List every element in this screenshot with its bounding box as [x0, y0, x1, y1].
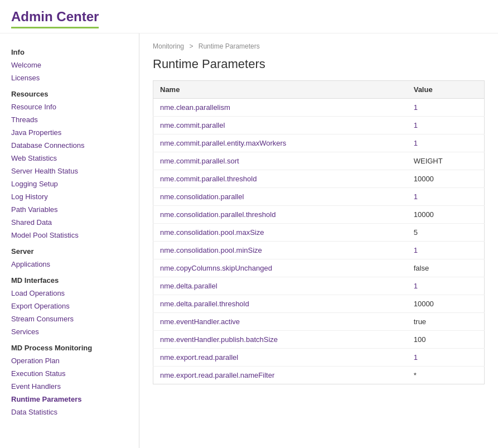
sidebar-section-title: Resources	[0, 84, 139, 100]
table-row: nme.consolidation.parallel1	[153, 188, 485, 206]
param-name[interactable]: nme.clean.parallelism	[153, 99, 407, 117]
main-content: Monitoring > Runtime Parameters Runtime …	[139, 33, 498, 448]
sidebar-link-load-operations[interactable]: Load Operations	[0, 287, 139, 300]
table-row: nme.consolidation.pool.maxSize5	[153, 224, 485, 242]
param-value[interactable]: 1	[407, 134, 485, 152]
table-row: nme.commit.parallel.sortWEIGHT	[153, 152, 485, 170]
param-name[interactable]: nme.copyColumns.skipUnchanged	[153, 259, 407, 277]
sidebar-section-title: MD Process Monitoring	[0, 338, 139, 354]
breadcrumb-current: Runtime Parameters	[199, 42, 260, 50]
sidebar-link-database-connections[interactable]: Database Connections	[0, 139, 139, 152]
param-value: true	[407, 313, 485, 331]
table-row: nme.eventHandler.activetrue	[153, 313, 485, 331]
sidebar-link-export-operations[interactable]: Export Operations	[0, 300, 139, 312]
param-name[interactable]: nme.consolidation.pool.minSize	[153, 242, 407, 259]
breadcrumb-separator: >	[189, 42, 195, 50]
table-row: nme.export.read.parallel.nameFilter*	[153, 367, 485, 384]
table-row: nme.commit.parallel.threshold10000	[153, 170, 485, 188]
param-name[interactable]: nme.export.read.parallel.nameFilter	[153, 367, 407, 384]
param-value[interactable]: 1	[407, 349, 485, 367]
param-value[interactable]: 1	[407, 188, 485, 206]
param-name[interactable]: nme.consolidation.parallel.threshold	[153, 206, 407, 224]
sidebar-link-log-history[interactable]: Log History	[0, 190, 139, 203]
table-row: nme.export.read.parallel1	[153, 349, 485, 367]
param-value: 100	[407, 331, 485, 349]
sidebar-link-logging-setup[interactable]: Logging Setup	[0, 177, 139, 190]
col-name: Name	[153, 81, 407, 99]
param-name[interactable]: nme.eventHandler.active	[153, 313, 407, 331]
sidebar-link-welcome[interactable]: Welcome	[0, 59, 139, 71]
table-row: nme.commit.parallel1	[153, 117, 485, 134]
sidebar-link-operation-plan[interactable]: Operation Plan	[0, 354, 139, 367]
sidebar-section-title: MD Interfaces	[0, 271, 139, 287]
app-header: Admin Center	[0, 0, 498, 33]
sidebar-link-server-health-status[interactable]: Server Health Status	[0, 165, 139, 177]
col-value: Value	[407, 81, 485, 99]
param-value: *	[407, 367, 485, 384]
sidebar: InfoWelcomeLicensesResourcesResource Inf…	[0, 33, 139, 448]
breadcrumb-parent[interactable]: Monitoring	[153, 42, 184, 50]
param-name[interactable]: nme.export.read.parallel	[153, 349, 407, 367]
param-value[interactable]: 1	[407, 117, 485, 134]
param-name[interactable]: nme.consolidation.parallel	[153, 188, 407, 206]
param-name[interactable]: nme.delta.parallel.threshold	[153, 295, 407, 313]
sidebar-link-execution-status[interactable]: Execution Status	[0, 367, 139, 380]
param-value: 10000	[407, 170, 485, 188]
param-value: 10000	[407, 295, 485, 313]
param-name[interactable]: nme.delta.parallel	[153, 277, 407, 295]
param-value[interactable]: 1	[407, 242, 485, 259]
table-row: nme.consolidation.pool.minSize1	[153, 242, 485, 259]
sidebar-link-runtime-parameters[interactable]: Runtime Parameters	[0, 393, 139, 406]
sidebar-link-threads[interactable]: Threads	[0, 113, 139, 126]
table-row: nme.delta.parallel1	[153, 277, 485, 295]
sidebar-link-applications[interactable]: Applications	[0, 258, 139, 271]
sidebar-link-shared-data[interactable]: Shared Data	[0, 216, 139, 229]
page-title: Runtime Parameters	[153, 57, 485, 71]
param-name[interactable]: nme.commit.parallel.sort	[153, 152, 407, 170]
breadcrumb: Monitoring > Runtime Parameters	[153, 42, 485, 50]
param-name[interactable]: nme.commit.parallel	[153, 117, 407, 134]
table-row: nme.eventHandler.publish.batchSize100	[153, 331, 485, 349]
sidebar-link-services[interactable]: Services	[0, 325, 139, 338]
sidebar-link-data-statistics[interactable]: Data Statistics	[0, 406, 139, 418]
sidebar-link-web-statistics[interactable]: Web Statistics	[0, 152, 139, 165]
table-row: nme.copyColumns.skipUnchangedfalse	[153, 259, 485, 277]
sidebar-link-path-variables[interactable]: Path Variables	[0, 203, 139, 216]
app-title: Admin Center	[11, 9, 99, 28]
sidebar-link-stream-consumers[interactable]: Stream Consumers	[0, 312, 139, 325]
sidebar-link-licenses[interactable]: Licenses	[0, 71, 139, 84]
sidebar-link-event-handlers[interactable]: Event Handlers	[0, 380, 139, 393]
table-row: nme.consolidation.parallel.threshold1000…	[153, 206, 485, 224]
param-value[interactable]: 1	[407, 277, 485, 295]
param-value[interactable]: 1	[407, 99, 485, 117]
param-value: WEIGHT	[407, 152, 485, 170]
sidebar-link-model-pool-statistics[interactable]: Model Pool Statistics	[0, 229, 139, 242]
param-value: 5	[407, 224, 485, 242]
param-value: false	[407, 259, 485, 277]
table-row: nme.clean.parallelism1	[153, 99, 485, 117]
table-row: nme.delta.parallel.threshold10000	[153, 295, 485, 313]
param-value: 10000	[407, 206, 485, 224]
sidebar-link-java-properties[interactable]: Java Properties	[0, 126, 139, 139]
param-name[interactable]: nme.commit.parallel.entity.maxWorkers	[153, 134, 407, 152]
param-name[interactable]: nme.consolidation.pool.maxSize	[153, 224, 407, 242]
table-row: nme.commit.parallel.entity.maxWorkers1	[153, 134, 485, 152]
sidebar-link-resource-info[interactable]: Resource Info	[0, 100, 139, 113]
param-name[interactable]: nme.commit.parallel.threshold	[153, 170, 407, 188]
sidebar-section-title: Server	[0, 242, 139, 258]
param-name[interactable]: nme.eventHandler.publish.batchSize	[153, 331, 407, 349]
sidebar-section-title: Info	[0, 42, 139, 59]
params-table: Name Value nme.clean.parallelism1nme.com…	[153, 80, 485, 384]
